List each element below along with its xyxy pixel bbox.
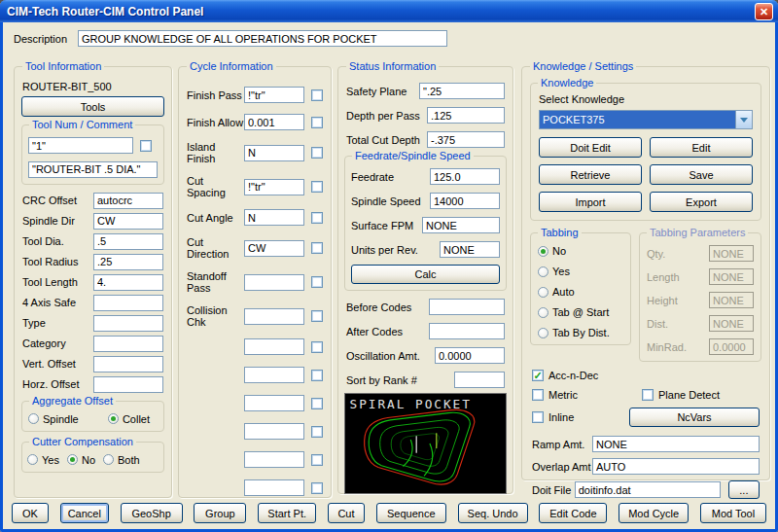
oscillation-amt-field[interactable] xyxy=(435,347,505,364)
edit-button[interactable]: Edit xyxy=(650,137,753,158)
doit-file-field[interactable] xyxy=(575,481,721,498)
horz-offset-field[interactable] xyxy=(93,376,163,393)
sort-by-rank-field[interactable] xyxy=(454,372,505,388)
cycle-extra-field[interactable] xyxy=(244,338,304,355)
cutter-both-radio[interactable] xyxy=(103,454,114,465)
vert-offset-field[interactable] xyxy=(93,356,163,372)
tool-comment-field[interactable] xyxy=(28,161,158,178)
geoshp-button[interactable]: GeoShp xyxy=(121,503,183,523)
units-per-rev-field[interactable] xyxy=(440,241,500,258)
acc-n-dec-checkbox[interactable]: ✓ xyxy=(532,370,544,381)
surface-fpm-field[interactable] xyxy=(422,217,500,233)
cut-spacing-field[interactable] xyxy=(244,179,304,195)
tabbing-auto-radio[interactable] xyxy=(538,287,548,298)
mod-cycle-button[interactable]: Mod Cycle xyxy=(619,503,689,523)
cycle-extra-checkbox[interactable] xyxy=(311,370,323,381)
chevron-down-icon[interactable] xyxy=(735,111,752,128)
after-codes-field[interactable] xyxy=(429,323,505,339)
feedrate-spindle-group: Feedrate/Spindle Speed Feedrate Spindle … xyxy=(344,156,507,291)
island-finish-checkbox[interactable] xyxy=(311,147,323,159)
cycle-extra-field[interactable] xyxy=(244,451,304,468)
export-button[interactable]: Export xyxy=(650,192,753,212)
tab-by-dist-radio[interactable] xyxy=(538,328,548,338)
tab-at-start-radio[interactable] xyxy=(538,307,548,318)
cycle-extra-field[interactable] xyxy=(244,395,304,411)
mod-tool-button[interactable]: Mod Tool xyxy=(700,503,766,523)
cut-direction-field[interactable] xyxy=(244,240,304,257)
close-button[interactable]: ✕ xyxy=(755,3,773,20)
overlap-amt-field[interactable] xyxy=(592,458,760,475)
island-finish-field[interactable] xyxy=(244,145,304,161)
cycle-extra-checkbox[interactable] xyxy=(311,454,323,466)
finish-pass-field[interactable] xyxy=(244,87,304,103)
start-pt-button[interactable]: Start Pt. xyxy=(258,503,316,523)
cycle-extra-field[interactable] xyxy=(244,423,304,440)
spindle-speed-field[interactable] xyxy=(430,193,500,209)
cycle-extra-checkbox[interactable] xyxy=(311,482,323,494)
seq-undo-button[interactable]: Seq. Undo xyxy=(458,503,528,523)
dist-field xyxy=(709,315,754,332)
spindle-radio[interactable] xyxy=(28,413,39,424)
cycle-extra-field[interactable] xyxy=(244,367,304,383)
total-cut-depth-field[interactable] xyxy=(427,131,505,148)
cut-angle-checkbox[interactable] xyxy=(311,212,323,224)
tool-num-checkbox[interactable] xyxy=(140,140,152,152)
ramp-amt-field[interactable] xyxy=(592,436,760,452)
feedrate-field[interactable] xyxy=(430,168,500,185)
description-field[interactable] xyxy=(78,30,447,47)
tabbing-no-radio[interactable] xyxy=(538,246,548,257)
tool-num-field[interactable] xyxy=(28,137,133,154)
footer-button-bar: OK Cancel GeoShp Group Start Pt. Cut Seq… xyxy=(12,503,766,523)
window-title: CIM-Tech Router-CIM Control Panel xyxy=(7,5,755,18)
finish-allow-field[interactable] xyxy=(244,114,304,130)
retrieve-button[interactable]: Retrieve xyxy=(539,164,642,185)
ok-button[interactable]: OK xyxy=(12,503,49,523)
crc-offset-field[interactable] xyxy=(93,193,163,209)
sequence-button[interactable]: Sequence xyxy=(376,503,446,523)
cut-angle-label: Cut Angle xyxy=(187,212,244,224)
cycle-extra-checkbox[interactable] xyxy=(311,398,323,409)
standoff-pass-checkbox[interactable] xyxy=(311,276,323,288)
browse-button[interactable]: ... xyxy=(728,480,760,499)
collet-radio[interactable] xyxy=(108,413,119,424)
safety-plane-field[interactable] xyxy=(419,83,505,99)
standoff-pass-field[interactable] xyxy=(244,274,304,291)
spindle-dir-field[interactable] xyxy=(93,213,163,230)
cut-button[interactable]: Cut xyxy=(328,503,365,523)
cycle-extra-checkbox[interactable] xyxy=(311,426,323,438)
inline-checkbox[interactable] xyxy=(532,411,544,423)
finish-allow-checkbox[interactable] xyxy=(311,117,323,128)
edit-code-button[interactable]: Edit Code xyxy=(539,503,607,523)
calc-button[interactable]: Calc xyxy=(351,265,500,284)
before-codes-field[interactable] xyxy=(429,299,505,315)
metric-checkbox[interactable] xyxy=(532,389,544,401)
tools-button[interactable]: Tools xyxy=(21,96,164,117)
finish-pass-checkbox[interactable] xyxy=(311,89,323,101)
cutter-no-radio[interactable] xyxy=(67,454,78,465)
tool-radius-field[interactable] xyxy=(93,254,163,270)
type-field[interactable] xyxy=(93,315,163,332)
cut-angle-field[interactable] xyxy=(244,209,304,226)
doit-edit-button[interactable]: Doit Edit xyxy=(539,137,642,158)
group-button[interactable]: Group xyxy=(194,503,246,523)
category-field[interactable] xyxy=(93,336,163,352)
cycle-extra-checkbox[interactable] xyxy=(311,341,323,353)
ncvars-button[interactable]: NcVars xyxy=(629,408,760,427)
collision-chk-checkbox[interactable] xyxy=(311,310,323,322)
cutter-both-label: Both xyxy=(118,454,140,466)
cycle-extra-field[interactable] xyxy=(244,479,304,496)
knowledge-select[interactable]: POCKET375 xyxy=(539,110,753,129)
cancel-button[interactable]: Cancel xyxy=(60,503,109,523)
cutter-yes-radio[interactable] xyxy=(27,454,38,465)
cut-spacing-checkbox[interactable] xyxy=(311,181,323,193)
plane-detect-checkbox[interactable] xyxy=(642,389,654,401)
cut-direction-checkbox[interactable] xyxy=(311,242,323,254)
collision-chk-field[interactable] xyxy=(244,308,304,325)
tool-dia-field[interactable] xyxy=(93,233,163,250)
depth-per-pass-field[interactable] xyxy=(427,107,505,124)
axis-safe-field[interactable] xyxy=(93,295,163,311)
import-button[interactable]: Import xyxy=(539,192,642,212)
tabbing-yes-radio[interactable] xyxy=(538,266,548,277)
save-button[interactable]: Save xyxy=(650,164,753,185)
tool-length-field[interactable] xyxy=(93,274,163,291)
